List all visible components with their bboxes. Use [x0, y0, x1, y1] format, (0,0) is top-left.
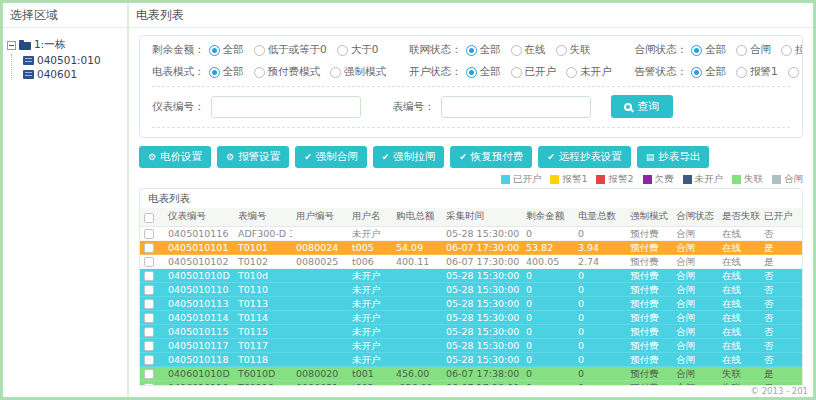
tree-node-label[interactable]: 040501:010 [37, 54, 101, 66]
tree-node-label[interactable]: 040601 [37, 68, 77, 80]
radio-option-label[interactable]: 合闸 [750, 43, 771, 57]
radio-switch-status[interactable] [691, 45, 702, 56]
table-cell: 未开户 [348, 310, 392, 324]
radio-option-label[interactable]: 全部 [705, 43, 726, 57]
tree-node-040601[interactable]: 040601 [23, 68, 123, 80]
table-row[interactable]: 040501010DT010d未开户05-28 15:30:0000预付费合闸在… [140, 268, 802, 282]
radio-option-label[interactable]: 报警1 [750, 65, 778, 79]
row-checkbox[interactable] [144, 369, 154, 379]
table-row[interactable]: 0405010115T0115未开户05-28 15:30:0000预付费合闸在… [140, 324, 802, 338]
radio-option-label[interactable]: 低于或等于0 [268, 43, 327, 57]
meter-no-input[interactable] [211, 96, 361, 118]
row-checkbox[interactable] [144, 313, 154, 323]
radio-meter-mode[interactable] [254, 67, 265, 78]
tree-root-node[interactable]: 1:一栋 [7, 38, 123, 52]
table-row[interactable]: 0405010118T0118未开户05-28 15:30:0000预付费合闸在… [140, 352, 802, 366]
table-cell: 0405010110 [164, 282, 234, 296]
table-row[interactable]: 0405010113T0113未开户05-28 15:30:0000预付费合闸在… [140, 296, 802, 310]
tree-node-040501[interactable]: 040501:010 [23, 54, 123, 66]
radio-alarm-status[interactable] [736, 67, 747, 78]
radio-network-status[interactable] [511, 45, 522, 56]
row-checkbox-cell [140, 226, 164, 240]
radio-switch-status[interactable] [781, 45, 792, 56]
legend-item: 合闸 [772, 173, 803, 186]
copyright: © 2013 - 201 [129, 386, 813, 397]
select-all-checkbox[interactable] [144, 213, 154, 223]
radio-remaining-amount[interactable] [209, 45, 220, 56]
radio-account-status[interactable] [466, 67, 477, 78]
table-cell: 400.05 [522, 254, 574, 268]
table-row[interactable]: 040601010DT6010D0080020t001456.0006-07 1… [140, 366, 802, 380]
radio-alarm-status[interactable] [788, 67, 799, 78]
action-button-label: 恢复预付费 [471, 150, 524, 164]
radio-remaining-amount[interactable] [254, 45, 265, 56]
radio-option-label[interactable]: 大于0 [351, 43, 379, 57]
force-close-button[interactable]: ✔强制合闸 [295, 146, 367, 168]
row-checkbox[interactable] [144, 341, 154, 351]
tree-root-label[interactable]: 1:一栋 [34, 38, 65, 52]
search-button[interactable]: 查询 [611, 95, 673, 118]
table-cell: 未开户 [348, 268, 392, 282]
radio-switch-status[interactable] [736, 45, 747, 56]
table-row[interactable]: 0405010101T01010080024t00554.0906-07 17:… [140, 240, 802, 254]
filter-group-label: 告警状态： [635, 65, 688, 79]
radio-network-status[interactable] [466, 45, 477, 56]
radio-account-status[interactable] [511, 67, 522, 78]
row-checkbox[interactable] [144, 355, 154, 365]
table-cell [292, 324, 348, 338]
reading-export-button[interactable]: ▤抄表导出 [637, 146, 710, 168]
radio-option-label[interactable]: 在线 [525, 43, 546, 57]
row-checkbox[interactable] [144, 243, 154, 253]
filter-group-label: 开户状态： [409, 65, 462, 79]
radio-option-label[interactable]: 预付费模式 [268, 65, 321, 79]
table-cell: 是 [760, 240, 802, 254]
row-checkbox[interactable] [144, 229, 154, 239]
radio-network-status[interactable] [556, 45, 567, 56]
row-checkbox[interactable] [144, 257, 154, 267]
radio-option-label[interactable]: 强制模式 [344, 65, 386, 79]
radio-meter-mode[interactable] [209, 67, 220, 78]
radio-meter-mode[interactable] [330, 67, 341, 78]
alarm-settings-button[interactable]: ⚙报警设置 [217, 146, 289, 168]
table-row[interactable]: 0405010117T0117未开户05-28 15:30:0000预付费合闸在… [140, 338, 802, 352]
price-settings-button[interactable]: ⚙电价设置 [139, 146, 211, 168]
radio-alarm-status[interactable] [691, 67, 702, 78]
radio-remaining-amount[interactable] [337, 45, 348, 56]
force-open-button[interactable]: ✔强制拉闸 [373, 146, 445, 168]
table-cell: 预付费 [626, 324, 672, 338]
radio-option-label[interactable]: 报警2 [802, 65, 803, 79]
radio-option-label[interactable]: 全部 [480, 65, 501, 79]
row-checkbox[interactable] [144, 285, 154, 295]
table-no-input[interactable] [441, 96, 591, 118]
radio-option-label[interactable]: 未开户 [580, 65, 612, 79]
radio-option-label[interactable]: 拉闸 [795, 43, 803, 57]
table-row[interactable]: 0405010114T0114未开户05-28 15:30:0000预付费合闸在… [140, 310, 802, 324]
radio-option-label[interactable]: 全部 [705, 65, 726, 79]
legend-label: 已开户 [513, 173, 542, 186]
radio-option-label[interactable]: 已开户 [525, 65, 557, 79]
row-checkbox[interactable] [144, 327, 154, 337]
collapse-icon[interactable] [7, 41, 16, 50]
table-cell: 合闸 [672, 366, 718, 380]
column-header: 是否失联 [718, 208, 760, 226]
table-row[interactable]: 0405010116ADF300-D 3未开户05-28 15:30:0000预… [140, 226, 802, 240]
table-cell: 06-07 17:38:00 [442, 366, 522, 380]
table-row[interactable]: 0405010110T0110未开户05-28 15:30:0000预付费合闸在… [140, 282, 802, 296]
folder-icon [19, 42, 31, 50]
table-cell [392, 310, 442, 324]
filter-group-label: 联网状态： [409, 43, 462, 57]
main-content: 剩余金额：全部低于或等于0大于0联网状态：全部在线失联合闸状态：全部合闸拉闸电表… [129, 28, 813, 386]
radio-account-status[interactable] [566, 67, 577, 78]
filter-rows: 剩余金额：全部低于或等于0大于0联网状态：全部在线失联合闸状态：全部合闸拉闸电表… [152, 43, 790, 79]
radio-option-label[interactable]: 失联 [570, 43, 591, 57]
legend-item: 报警2 [596, 173, 633, 186]
restore-prepaid-button[interactable]: ✔恢复预付费 [450, 146, 532, 168]
row-checkbox[interactable] [144, 271, 154, 281]
table-row[interactable]: 0405010102T01020080025t006400.1106-07 17… [140, 254, 802, 268]
main-panel: 电表列表 剩余金额：全部低于或等于0大于0联网状态：全部在线失联合闸状态：全部合… [129, 3, 813, 397]
radio-option-label[interactable]: 全部 [223, 43, 244, 57]
radio-option-label[interactable]: 全部 [480, 43, 501, 57]
remote-reading-settings-button[interactable]: ✔远程抄表设置 [538, 146, 631, 168]
radio-option-label[interactable]: 全部 [223, 65, 244, 79]
row-checkbox[interactable] [144, 299, 154, 309]
